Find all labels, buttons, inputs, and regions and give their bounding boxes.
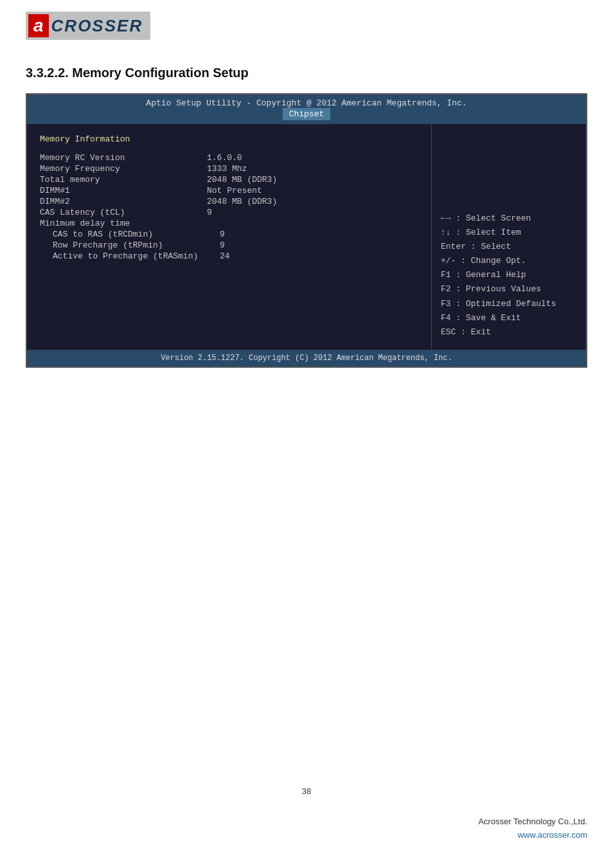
- bios-header-title: Aptio Setup Utility - Copyright @ 2012 A…: [33, 98, 580, 108]
- field-value: 2048 MB (DDR3): [207, 197, 277, 206]
- logo-box: a CROSSER: [26, 12, 150, 40]
- table-row: Memory Frequency 1333 Mhz: [40, 164, 418, 174]
- bios-footer: Version 2.15.1227. Copyright (C) 2012 Am…: [27, 350, 586, 366]
- field-value: 9: [220, 240, 225, 250]
- bios-active-tab[interactable]: Chipset: [283, 108, 331, 120]
- help-item: +/- : Change Opt.: [441, 254, 577, 268]
- field-value: 24: [220, 251, 230, 261]
- field-label: Memory Frequency: [40, 164, 207, 174]
- field-value: 1333 Mhz: [207, 164, 247, 174]
- logo-brand-text: CROSSER: [51, 16, 143, 36]
- field-value: 1.6.0.0: [207, 153, 242, 163]
- help-item: Enter : Select: [441, 240, 577, 254]
- table-row: CAS to RAS (tRCDmin) 9: [40, 230, 418, 239]
- section-heading: 3.3.2.2. Memory Configuration Setup: [0, 46, 613, 93]
- company-info: Acrosser Technology Co.,Ltd. www.acrosse…: [0, 815, 613, 842]
- help-item: F1 : General Help: [441, 268, 577, 282]
- page-number: 38: [0, 786, 613, 796]
- table-row: Total memory 2048 MB (DDR3): [40, 175, 418, 185]
- table-row: DIMM#1 Not Present: [40, 186, 418, 195]
- field-value: 2048 MB (DDR3): [207, 175, 277, 185]
- help-item: ←→ : Select Screen: [441, 212, 577, 226]
- field-label: Active to Precharge (tRASmin): [53, 251, 220, 261]
- page-title: 3.3.2.2. Memory Configuration Setup: [26, 66, 587, 80]
- field-value: 9: [207, 208, 212, 217]
- logo-area: a CROSSER: [0, 0, 613, 46]
- help-item: F2 : Previous Values: [441, 282, 577, 296]
- field-label: Row Precharge (tRPmin): [53, 240, 220, 250]
- bios-header: Aptio Setup Utility - Copyright @ 2012 A…: [27, 95, 586, 124]
- field-label: Minimum delay time: [40, 219, 207, 228]
- bios-body: Memory Information Memory RC Version 1.6…: [27, 124, 586, 350]
- bios-help-panel: ←→ : Select Screen ↑↓ : Select Item Ente…: [441, 212, 577, 339]
- table-row: Minimum delay time: [40, 219, 418, 228]
- help-item: F3 : Optimized Defaults: [441, 297, 577, 311]
- field-value: Not Present: [207, 186, 262, 195]
- help-item: ↑↓ : Select Item: [441, 226, 577, 240]
- field-label: CAS Latency (tCL): [40, 208, 207, 217]
- field-label: DIMM#2: [40, 197, 207, 206]
- field-label: DIMM#1: [40, 186, 207, 195]
- table-row: Row Precharge (tRPmin) 9: [40, 240, 418, 250]
- bios-section-title: Memory Information: [40, 134, 418, 144]
- bios-sidebar: ←→ : Select Screen ↑↓ : Select Item Ente…: [432, 124, 586, 350]
- field-label: Memory RC Version: [40, 153, 207, 163]
- page-footer: 38 Acrosser Technology Co.,Ltd. www.acro…: [0, 786, 613, 842]
- company-website: www.acrosser.com: [0, 829, 587, 842]
- table-row: DIMM#2 2048 MB (DDR3): [40, 197, 418, 206]
- field-label: CAS to RAS (tRCDmin): [53, 230, 220, 239]
- table-row: Active to Precharge (tRASmin) 24: [40, 251, 418, 261]
- field-value: 9: [220, 230, 225, 239]
- help-item: F4 : Save & Exit: [441, 311, 577, 325]
- field-label: Total memory: [40, 175, 207, 185]
- table-row: CAS Latency (tCL) 9: [40, 208, 418, 217]
- logo-a-letter: a: [28, 14, 49, 37]
- bios-screen: Aptio Setup Utility - Copyright @ 2012 A…: [26, 93, 587, 368]
- bios-main-panel: Memory Information Memory RC Version 1.6…: [27, 124, 432, 350]
- help-item: ESC : Exit: [441, 325, 577, 339]
- company-name: Acrosser Technology Co.,Ltd.: [0, 815, 587, 829]
- table-row: Memory RC Version 1.6.0.0: [40, 153, 418, 163]
